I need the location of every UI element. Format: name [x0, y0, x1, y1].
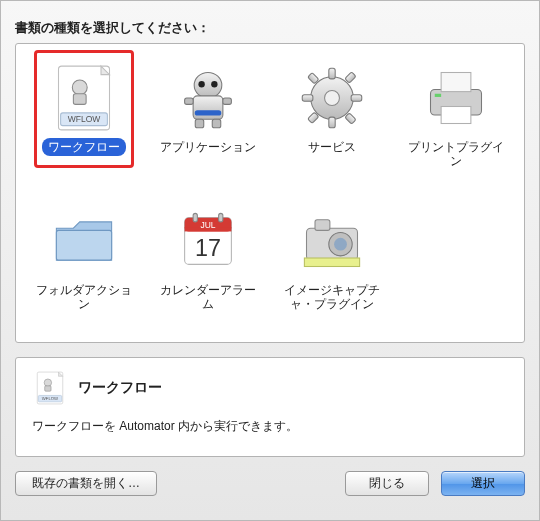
printer-icon	[416, 58, 496, 138]
type-option-0[interactable]: ワークフロー	[26, 56, 142, 193]
description-text: ワークフローを Automator 内から実行できます。	[32, 418, 508, 435]
type-option-label: アプリケーション	[154, 138, 262, 156]
type-option-label: カレンダーアラーム	[153, 281, 263, 314]
description-panel: ワークフロー ワークフローを Automator 内から実行できます。	[15, 357, 525, 457]
type-option-label: プリントプラグイン	[401, 138, 511, 171]
calendar-icon	[168, 201, 248, 281]
prompt-label: 書類の種類を選択してください：	[15, 19, 525, 37]
type-option-label: ワークフロー	[42, 138, 126, 156]
camera-icon	[292, 201, 372, 281]
type-option-2[interactable]: サービス	[274, 56, 390, 193]
type-option-3[interactable]: プリントプラグイン	[398, 56, 514, 193]
wflow-doc-icon	[44, 58, 124, 138]
open-existing-button[interactable]: 既存の書類を開く…	[15, 471, 157, 496]
gear-icon	[292, 58, 372, 138]
type-option-label: フォルダアクション	[29, 281, 139, 314]
automator-robot-icon	[168, 58, 248, 138]
type-option-4[interactable]: フォルダアクション	[26, 199, 142, 336]
folder-icon	[44, 201, 124, 281]
choose-button[interactable]: 選択	[441, 471, 525, 496]
type-option-label: サービス	[302, 138, 362, 156]
type-grid-panel: ワークフローアプリケーションサービスプリントプラグインフォルダアクションカレンダ…	[15, 43, 525, 343]
close-button[interactable]: 閉じる	[345, 471, 429, 496]
type-option-label: イメージキャプチャ・プラグイン	[277, 281, 387, 314]
type-option-5[interactable]: カレンダーアラーム	[150, 199, 266, 336]
type-option-1[interactable]: アプリケーション	[150, 56, 266, 193]
type-option-6[interactable]: イメージキャプチャ・プラグイン	[274, 199, 390, 336]
button-row: 既存の書類を開く… 閉じる 選択	[15, 471, 525, 496]
description-title: ワークフロー	[78, 379, 162, 397]
description-icon	[32, 370, 68, 406]
